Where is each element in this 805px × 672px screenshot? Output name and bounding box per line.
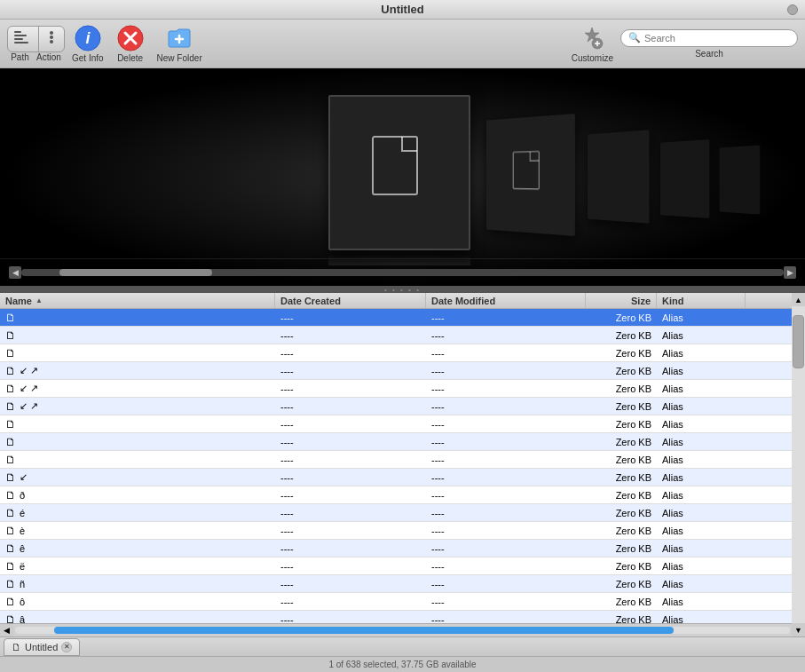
vertical-scrollbar[interactable]: ▲ ▼ <box>792 309 805 636</box>
file-icon: 🗋 <box>5 454 16 466</box>
size-cell: Zero KB <box>586 486 657 503</box>
date-created-cell: ---- <box>275 504 426 521</box>
table-row[interactable]: 🗋--------Zero KBAlias <box>0 309 805 327</box>
file-name-cell: 🗋ô <box>0 593 275 610</box>
cover-item-4[interactable] <box>660 139 709 218</box>
tab-item-untitled[interactable]: 🗋 Untitled ✕ <box>4 638 80 656</box>
path-button[interactable] <box>8 27 39 51</box>
vertical-scrollbar-thumb[interactable] <box>793 315 804 368</box>
main-window: Untitled <box>0 0 805 672</box>
table-row[interactable]: 🗋↙ ↗--------Zero KBAlias <box>0 362 805 380</box>
horizontal-scrollbar-track[interactable] <box>15 627 790 634</box>
table-row[interactable]: 🗋--------Zero KBAlias <box>0 415 805 433</box>
kind-cell: Alias <box>657 415 746 432</box>
file-icon: 🗋 <box>5 329 16 342</box>
date-created-cell: ---- <box>275 344 426 361</box>
table-row[interactable]: 🗋--------Zero KBAlias <box>0 344 805 362</box>
table-row[interactable]: 🗋↙ ↗--------Zero KBAlias <box>0 398 805 415</box>
customize-button[interactable]: Customize <box>566 21 619 66</box>
file-name-cell: 🗋 <box>0 451 275 468</box>
kind-cell: Alias <box>657 433 746 450</box>
date-modified-cell: ---- <box>426 415 586 432</box>
table-row[interactable]: 🗋é--------Zero KBAlias <box>0 504 805 522</box>
vertical-scrollbar-track[interactable] <box>792 309 805 623</box>
resize-handle[interactable]: • • • • • <box>0 286 805 293</box>
date-created-cell: ---- <box>275 451 426 468</box>
path-action-labels: Path Action <box>7 52 65 62</box>
content-area: ◀ ▶ • • • • • Name ▲ Date Created <box>0 68 805 636</box>
file-name-text: ↙ ↗ <box>20 400 38 412</box>
file-icon: 🗋 <box>5 383 16 395</box>
new-folder-button[interactable]: New Folder <box>152 21 208 66</box>
file-icon: 🗋 <box>5 525 16 537</box>
kind-cell: Alias <box>657 309 746 326</box>
path-action-group: Path Action <box>7 26 65 62</box>
action-icon <box>44 29 59 48</box>
cover-item-3[interactable] <box>588 130 649 223</box>
table-row[interactable]: 🗋è--------Zero KBAlias <box>0 522 805 540</box>
get-info-button[interactable]: i Get Info <box>67 21 109 66</box>
table-row[interactable]: 🗋ê--------Zero KBAlias <box>0 540 805 557</box>
file-name-text: é <box>20 508 25 518</box>
svg-rect-3 <box>14 42 28 43</box>
file-name-text: è <box>20 526 25 536</box>
file-icon: 🗋 <box>5 418 16 431</box>
window-close-button[interactable] <box>787 4 798 15</box>
table-row[interactable]: 🗋--------Zero KBAlias <box>0 451 805 469</box>
delete-button[interactable]: Delete <box>111 21 150 66</box>
column-headers: Name ▲ Date Created Date Modified Size K… <box>0 293 805 309</box>
svg-rect-17 <box>373 137 417 194</box>
table-row[interactable]: 🗋↙--------Zero KBAlias <box>0 469 805 486</box>
file-list[interactable]: 🗋--------Zero KBAlias🗋--------Zero KBAli… <box>0 309 805 623</box>
search-input[interactable] <box>644 33 790 43</box>
scroll-left-arrow[interactable]: ◀ <box>0 624 13 637</box>
kind-column-header[interactable]: Kind <box>657 293 746 308</box>
cover-item-5[interactable] <box>720 146 761 215</box>
date-created-cell: ---- <box>275 415 426 432</box>
name-column-header[interactable]: Name ▲ <box>0 293 275 308</box>
coverflow-scrollbar-track[interactable] <box>21 269 784 276</box>
date-created-cell: ---- <box>275 362 426 379</box>
action-button[interactable] <box>39 27 64 51</box>
table-row[interactable]: 🗋--------Zero KBAlias <box>0 433 805 451</box>
horizontal-scrollbar-thumb[interactable] <box>54 627 674 634</box>
coverflow-scrollbar-thumb[interactable] <box>59 269 212 276</box>
search-box[interactable]: 🔍 <box>620 29 798 47</box>
scroll-down-arrow[interactable]: ▼ <box>792 623 805 636</box>
file-name-cell: 🗋ë <box>0 557 275 574</box>
date-created-cell: ---- <box>275 398 426 415</box>
table-row[interactable]: 🗋↙ ↗--------Zero KBAlias <box>0 380 805 398</box>
table-row[interactable]: 🗋ô--------Zero KBAlias <box>0 593 805 611</box>
new-folder-icon <box>165 24 193 52</box>
date-created-cell: ---- <box>275 611 426 623</box>
customize-label: Customize <box>572 53 613 63</box>
coverflow-scroll-right[interactable]: ▶ <box>784 266 796 279</box>
svg-rect-1 <box>14 35 27 36</box>
date-modified-cell: ---- <box>426 327 586 344</box>
file-icon: 🗋 <box>5 471 16 484</box>
file-icon: 🗋 <box>5 365 16 377</box>
customize-icon <box>578 24 606 52</box>
date-modified-cell: ---- <box>426 469 586 486</box>
size-cell: Zero KB <box>586 451 657 468</box>
table-row[interactable]: 🗋ë--------Zero KBAlias <box>0 557 805 575</box>
horizontal-scrollbar[interactable]: ◀ ▶ <box>0 623 805 636</box>
size-column-header[interactable]: Size <box>586 293 657 308</box>
table-row[interactable]: 🗋ñ--------Zero KBAlias <box>0 575 805 593</box>
date-created-column-header[interactable]: Date Created <box>275 293 426 308</box>
path-action-buttons[interactable] <box>7 26 65 52</box>
coverflow-scroll-left[interactable]: ◀ <box>9 266 21 279</box>
search-area: 🔍 Search <box>620 29 798 59</box>
file-icon: 🗋 <box>5 400 16 413</box>
table-row[interactable]: 🗋ð--------Zero KBAlias <box>0 486 805 504</box>
size-cell: Zero KB <box>586 469 657 486</box>
table-row[interactable]: 🗋--------Zero KBAlias <box>0 327 805 344</box>
cover-item-2[interactable] <box>486 114 575 236</box>
file-icon: 🗋 <box>5 312 16 324</box>
file-list-inner: 🗋--------Zero KBAlias🗋--------Zero KBAli… <box>0 309 805 636</box>
size-cell: Zero KB <box>586 593 657 610</box>
cover-item-main[interactable] <box>328 95 470 250</box>
date-modified-column-header[interactable]: Date Modified <box>426 293 586 308</box>
table-row[interactable]: 🗋â--------Zero KBAlias <box>0 611 805 623</box>
tab-close-button[interactable]: ✕ <box>61 642 72 652</box>
